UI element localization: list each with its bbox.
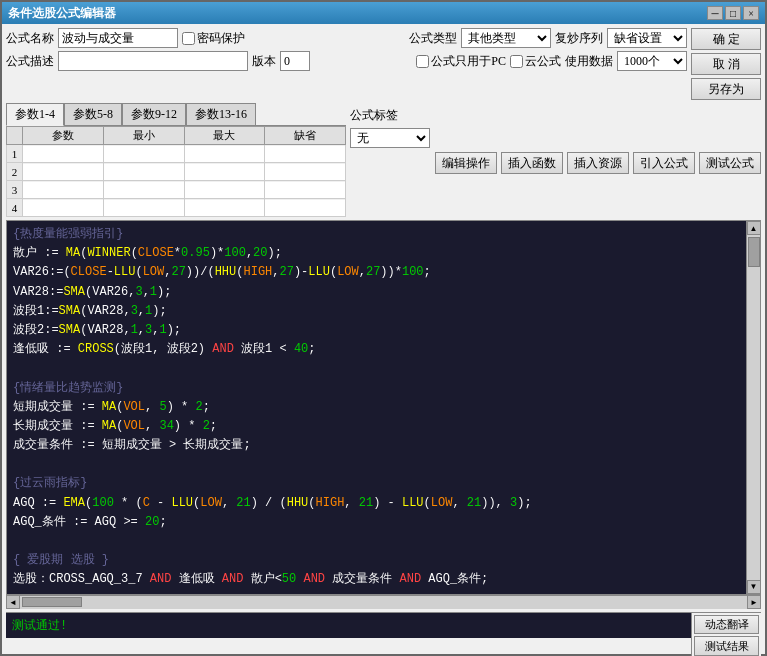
version-label: 版本	[252, 53, 276, 70]
cloud-formula-label: 云公式	[510, 53, 561, 70]
pc-only-checkbox[interactable]	[416, 55, 429, 68]
bottom-section: 测试通过! aigua. 动态翻译 测试结果 参数精灵 用法注释	[6, 612, 761, 656]
formula-area: 公式标签 无 编辑操作 插入函数 插入资源 引入公式 测试公式	[350, 103, 761, 217]
import-formula-button[interactable]: 引入公式	[633, 152, 695, 174]
param3-param[interactable]	[23, 182, 103, 198]
code-editor[interactable]: {热度量能强弱指引} 散户 := MA(WINNER(CLOSE*0.95)*1…	[7, 221, 746, 594]
formula-tag-select[interactable]: 无	[350, 128, 430, 148]
copy-select[interactable]: 缺省设置	[607, 28, 687, 48]
header-min: 最小	[103, 127, 184, 145]
status-area: 测试通过!	[6, 613, 691, 638]
top-section: 公式名称 密码保护 公式类型 其他类型 复炒序列 缺省设置	[6, 28, 761, 100]
header-param: 参数	[23, 127, 104, 145]
param3-min[interactable]	[104, 182, 184, 198]
formula-type-select[interactable]: 其他类型	[461, 28, 551, 48]
use-data-label: 使用数据	[565, 53, 613, 70]
right-panel: 动态翻译 测试结果 参数精灵 用法注释	[691, 613, 761, 656]
param2-max[interactable]	[185, 164, 265, 180]
param1-max[interactable]	[185, 146, 265, 162]
formula-tag-label: 公式标签	[350, 107, 398, 124]
test-results-button[interactable]: 测试结果	[694, 636, 759, 656]
param2-param[interactable]	[23, 164, 103, 180]
code-line: VAR26:=(CLOSE-LLU(LOW,27))/(HHU(HIGH,27)…	[13, 263, 740, 282]
code-line: {热度量能强弱指引}	[13, 225, 740, 244]
tab-params1-4[interactable]: 参数1-4	[6, 103, 64, 126]
code-line: {过云雨指标}	[13, 474, 740, 493]
tab-params5-8[interactable]: 参数5-8	[64, 103, 122, 125]
status-message: 测试通过!	[12, 619, 67, 633]
status-wrapper: 测试通过! aigua.	[6, 613, 691, 656]
save-as-button[interactable]: 另存为	[691, 78, 761, 100]
minimize-button[interactable]: ─	[707, 6, 723, 20]
param1-default[interactable]	[265, 146, 345, 162]
params-table: 参数 最小 最大 缺省 1	[6, 126, 346, 217]
formula-desc-input[interactable]	[58, 51, 248, 71]
param3-default[interactable]	[265, 182, 345, 198]
insert-func-button[interactable]: 插入函数	[501, 152, 563, 174]
params-tabs: 参数1-4 参数5-8 参数9-12 参数13-16	[6, 103, 346, 126]
horizontal-scrollbar: ◄ ►	[6, 595, 761, 609]
cloud-formula-checkbox[interactable]	[510, 55, 523, 68]
code-line: AGQ := EMA(100 * (C - LLU(LOW, 21) / (HH…	[13, 494, 740, 513]
code-line: {情绪量比趋势监测}	[13, 379, 740, 398]
code-line: 波段1:=SMA(VAR28,3,1);	[13, 302, 740, 321]
window-title: 条件选股公式编辑器	[8, 5, 116, 22]
scroll-down-arrow[interactable]: ▼	[747, 580, 761, 594]
confirm-button[interactable]: 确 定	[691, 28, 761, 50]
code-line	[13, 455, 740, 474]
scroll-right-arrow[interactable]: ►	[747, 595, 761, 609]
param4-param[interactable]	[23, 200, 103, 216]
password-checkbox[interactable]	[182, 32, 195, 45]
param4-max[interactable]	[185, 200, 265, 216]
scroll-up-arrow[interactable]: ▲	[747, 221, 761, 235]
scroll-thumb[interactable]	[748, 237, 760, 267]
content-area: 公式名称 密码保护 公式类型 其他类型 复炒序列 缺省设置	[2, 24, 765, 656]
middle-section: 参数1-4 参数5-8 参数9-12 参数13-16 参数 最小 最大 缺省	[6, 103, 761, 217]
param2-default[interactable]	[265, 164, 345, 180]
code-scrollbar: ▲ ▼	[746, 221, 760, 594]
use-data-select[interactable]: 1000个	[617, 51, 687, 71]
table-row: 3	[7, 181, 346, 199]
close-button[interactable]: ×	[743, 6, 759, 20]
code-line: AGQ_条件 := AGQ >= 20;	[13, 513, 740, 532]
formula-name-input[interactable]	[58, 28, 178, 48]
param4-default[interactable]	[265, 200, 345, 216]
code-line: 波段2:=SMA(VAR28,1,3,1);	[13, 321, 740, 340]
code-line: 短期成交量 := MA(VOL, 5) * 2;	[13, 398, 740, 417]
formula-name-row: 公式名称 密码保护 公式类型 其他类型 复炒序列 缺省设置	[6, 28, 687, 48]
hscroll-thumb[interactable]	[22, 597, 82, 607]
code-line: 成交量条件 := 短期成交量 > 长期成交量;	[13, 436, 740, 455]
code-line: VAR28:=SMA(VAR26,3,1);	[13, 283, 740, 302]
header-max: 最大	[184, 127, 265, 145]
param4-min[interactable]	[104, 200, 184, 216]
version-input[interactable]	[280, 51, 310, 71]
param3-max[interactable]	[185, 182, 265, 198]
params-area: 参数1-4 参数5-8 参数9-12 参数13-16 参数 最小 最大 缺省	[6, 103, 346, 217]
formula-tag-row: 公式标签	[350, 107, 761, 124]
code-line: { 爱股期 选股 }	[13, 551, 740, 570]
formula-name-label: 公式名称	[6, 30, 54, 47]
maximize-button[interactable]: □	[725, 6, 741, 20]
header-default: 缺省	[265, 127, 346, 145]
code-line	[13, 532, 740, 551]
header-num	[7, 127, 23, 145]
param1-param[interactable]	[23, 146, 103, 162]
edit-ops-button[interactable]: 编辑操作	[435, 152, 497, 174]
action-buttons-row: 编辑操作 插入函数 插入资源 引入公式 测试公式	[350, 152, 761, 174]
pc-only-label: 公式只用于PC	[416, 53, 506, 70]
code-line: 逢低吸 := CROSS(波段1, 波段2) AND 波段1 < 40;	[13, 340, 740, 359]
code-line: 选股：CROSS_AGQ_3_7 AND 逢低吸 AND 散户<50 AND 成…	[13, 570, 740, 589]
test-formula-button[interactable]: 测试公式	[699, 152, 761, 174]
dynamic-translate-button[interactable]: 动态翻译	[694, 615, 759, 635]
cancel-button[interactable]: 取 消	[691, 53, 761, 75]
main-window: 条件选股公式编辑器 ─ □ × 公式名称 密码保护 公式类型	[0, 0, 767, 656]
table-row: 1	[7, 145, 346, 163]
scroll-left-arrow[interactable]: ◄	[6, 595, 20, 609]
tab-params13-16[interactable]: 参数13-16	[186, 103, 256, 125]
insert-source-button[interactable]: 插入资源	[567, 152, 629, 174]
param2-min[interactable]	[104, 164, 184, 180]
tab-params9-12[interactable]: 参数9-12	[122, 103, 186, 125]
left-form-area: 公式名称 密码保护 公式类型 其他类型 复炒序列 缺省设置	[6, 28, 687, 100]
formula-type-label: 公式类型	[409, 30, 457, 47]
param1-min[interactable]	[104, 146, 184, 162]
